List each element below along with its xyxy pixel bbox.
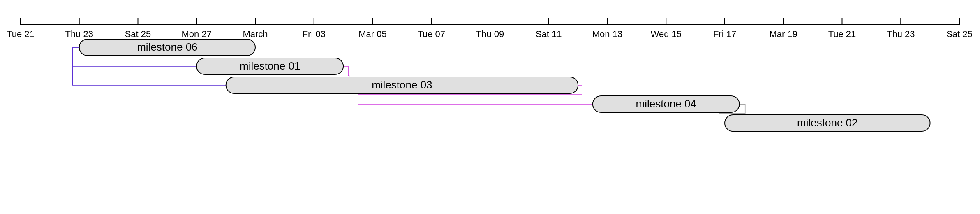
gantt-bar-label: milestone 02 — [797, 116, 858, 129]
axis-tick-label: Thu 09 — [476, 29, 504, 39]
axis-tick-label: Thu 23 — [887, 29, 915, 39]
gantt-bar-label: milestone 04 — [636, 98, 696, 110]
axis-tick-label: Tue 07 — [417, 29, 445, 39]
axis-tick-label: Mon 13 — [592, 29, 622, 39]
axis-tick-label: Fri 17 — [713, 29, 736, 39]
gantt-bar[interactable]: milestone 03 — [226, 77, 578, 93]
axis-tick-label: Thu 23 — [65, 29, 94, 39]
axis-tick-label: Wed 15 — [651, 29, 682, 39]
gantt-bar[interactable]: milestone 04 — [593, 96, 740, 112]
gantt-bar-label: milestone 06 — [137, 41, 197, 53]
axis-tick-label: Tue 21 — [7, 29, 35, 39]
axis-tick-label: Sat 11 — [536, 29, 562, 39]
axis-tick-label: Mon 27 — [182, 29, 212, 39]
gantt-bar-label: milestone 03 — [372, 79, 432, 91]
axis-tick-label: Sat 25 — [125, 29, 151, 39]
axis-tick-label: Fri 03 — [303, 29, 326, 39]
axis-tick-label: Sat 25 — [946, 29, 973, 39]
gantt-chart: Tue 21Thu 23Sat 25Mon 27MarchFri 03Mar 0… — [0, 0, 980, 214]
time-axis: Tue 21Thu 23Sat 25Mon 27MarchFri 03Mar 0… — [7, 18, 973, 39]
gantt-bar[interactable]: milestone 01 — [196, 58, 343, 74]
gantt-bar[interactable]: milestone 02 — [725, 115, 930, 131]
axis-tick-label: Tue 21 — [828, 29, 856, 39]
gantt-bar-label: milestone 01 — [240, 60, 300, 72]
axis-tick-label: Mar 19 — [770, 29, 797, 39]
axis-tick-label: Mar 05 — [358, 29, 386, 39]
axis-tick-label: March — [243, 29, 268, 39]
gantt-bar[interactable]: milestone 06 — [79, 39, 255, 56]
